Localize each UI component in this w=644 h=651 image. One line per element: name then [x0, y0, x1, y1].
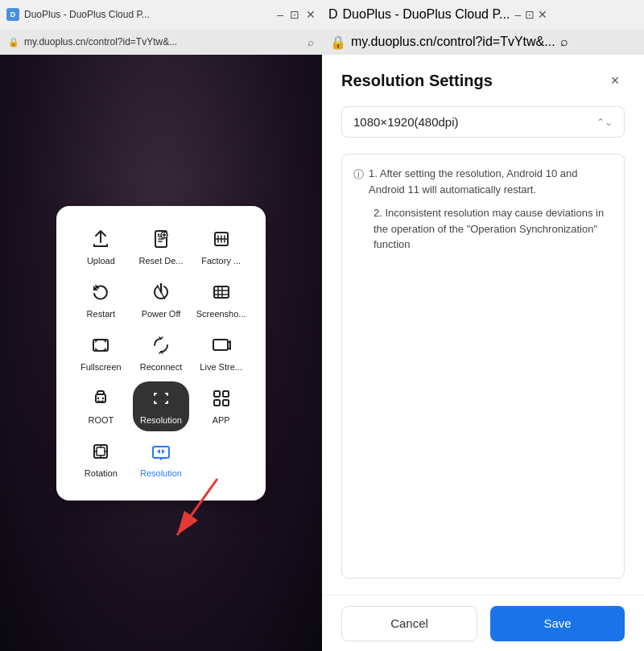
left-tab-title: DuoPlus - DuoPlus Cloud P...	[24, 9, 272, 20]
screenshot-icon	[211, 282, 232, 306]
menu-item-power-off[interactable]: Power Off	[133, 275, 190, 325]
restart-icon	[90, 282, 111, 306]
menu-item-rotation[interactable]: Rotation	[72, 435, 130, 484]
menu-item-live-stream[interactable]: Live Stre...	[192, 328, 250, 378]
svg-rect-19	[97, 447, 105, 455]
right-lock-icon: 🔒	[330, 35, 346, 50]
restart-label: Restart	[87, 309, 115, 319]
reconnect-icon	[151, 335, 171, 359]
svg-rect-15	[223, 391, 229, 397]
menu-item-root[interactable]: ROOT	[72, 381, 130, 431]
svg-rect-14	[214, 391, 220, 397]
resolution-dialog: Resolution Settings × 1080×1920(480dpi) …	[322, 55, 644, 595]
svg-rect-17	[223, 400, 229, 406]
menu-item-reset-device[interactable]: Reset De...	[133, 222, 190, 272]
dialog-title: Resolution Settings	[341, 72, 493, 90]
menu-item-resolution-blue[interactable]: Resolution	[133, 435, 190, 484]
context-menu: Upload Reset De...	[56, 206, 266, 501]
menu-item-restart[interactable]: Restart	[72, 275, 130, 325]
svg-rect-16	[214, 400, 220, 406]
left-browser-panel: D DuoPlus - DuoPlus Cloud P... – ⊡ ✕ 🔒 m…	[0, 0, 322, 651]
right-browser-panel: D DuoPlus - DuoPlus Cloud P... – ⊡ ✕ 🔒 m…	[322, 0, 644, 651]
chevron-down-icon: ⌃⌄	[597, 117, 613, 128]
rotation-icon	[90, 441, 111, 465]
left-search-icon[interactable]: ⌕	[308, 36, 314, 48]
left-lock-icon: 🔒	[8, 37, 19, 47]
root-label: ROOT	[88, 415, 114, 425]
menu-item-resolution-active[interactable]: Resolution	[133, 381, 190, 431]
info-row-2: 2. Inconsistent resolution may cause dev…	[353, 205, 613, 253]
svg-rect-4	[214, 286, 229, 298]
resolution-blue-icon	[151, 441, 171, 465]
app-label: APP	[213, 415, 230, 425]
fullscreen-label: Fullscreen	[80, 362, 122, 372]
menu-item-reconnect[interactable]: Reconnect	[133, 328, 190, 378]
screenshot-label: Screensho...	[196, 309, 246, 319]
resolution-value: 1080×1920(480dpi)	[353, 115, 459, 129]
device-screen: Upload Reset De...	[0, 55, 322, 651]
reset-device-icon	[151, 229, 171, 253]
menu-item-upload[interactable]: Upload	[72, 222, 130, 272]
svg-rect-20	[153, 447, 169, 458]
left-tab-controls[interactable]: – ⊡ ✕	[277, 9, 316, 20]
left-restore-btn[interactable]: ⊡	[290, 9, 299, 20]
right-close-btn[interactable]: ✕	[538, 8, 547, 21]
save-button[interactable]: Save	[490, 606, 625, 641]
right-tab-bar: D DuoPlus - DuoPlus Cloud P... – ⊡ ✕	[322, 0, 644, 29]
resolution-dropdown[interactable]: 1080×1920(480dpi) ⌃⌄	[341, 106, 625, 138]
right-search-icon[interactable]: ⌕	[560, 35, 568, 49]
cancel-button[interactable]: Cancel	[341, 606, 477, 641]
menu-item-app[interactable]: APP	[192, 381, 250, 431]
dialog-footer: Cancel Save	[322, 595, 644, 651]
svg-point-12	[97, 397, 99, 398]
left-url: my.duoplus.cn/control?id=TvYtw&...	[24, 36, 303, 47]
left-address-bar: 🔒 my.duoplus.cn/control?id=TvYtw&... ⌕	[0, 29, 322, 55]
power-off-label: Power Off	[142, 309, 181, 319]
factory-icon	[211, 229, 232, 253]
dialog-header: Resolution Settings ×	[341, 71, 625, 90]
reconnect-label: Reconnect	[140, 362, 183, 372]
info-box: ⓘ 1. After setting the resolution, Andro…	[341, 154, 625, 579]
upload-label: Upload	[87, 256, 115, 266]
info-row-1: ⓘ 1. After setting the resolution, Andro…	[353, 166, 613, 197]
resolution-blue-label: Resolution	[140, 468, 182, 478]
left-tab-bar: D DuoPlus - DuoPlus Cloud P... – ⊡ ✕	[0, 0, 322, 29]
info-circle-icon: ⓘ	[353, 167, 364, 197]
right-minimize-btn[interactable]: –	[514, 8, 521, 21]
svg-point-13	[102, 397, 104, 398]
reset-device-label: Reset De...	[138, 256, 183, 266]
right-tab-title: DuoPlus - DuoPlus Cloud P...	[343, 7, 510, 22]
left-favicon: D	[6, 8, 19, 21]
menu-item-fullscreen[interactable]: Fullscreen	[72, 328, 130, 378]
info-note-1: 1. After setting the resolution, Android…	[369, 166, 613, 197]
resolution-active-icon	[151, 388, 171, 412]
right-restore-btn[interactable]: ⊡	[525, 8, 535, 21]
fullscreen-icon	[90, 335, 111, 359]
live-stream-label: Live Stre...	[200, 362, 242, 372]
power-off-icon	[151, 282, 171, 306]
right-favicon: D	[328, 7, 338, 22]
left-close-btn[interactable]: ✕	[306, 9, 316, 20]
upload-icon	[90, 229, 111, 253]
right-tab-controls[interactable]: – ⊡ ✕	[514, 7, 547, 22]
app-icon	[211, 388, 232, 412]
root-icon	[90, 388, 111, 412]
menu-item-screenshot[interactable]: Screensho...	[192, 275, 250, 325]
factory-label: Factory ...	[201, 256, 241, 266]
resolution-active-label: Resolution	[140, 415, 182, 425]
right-address-bar: 🔒 my.duoplus.cn/control?id=TvYtw&... ⌕	[322, 29, 644, 55]
menu-item-factory[interactable]: Factory ...	[192, 222, 250, 272]
info-note-2: 2. Inconsistent resolution may cause dev…	[374, 205, 613, 253]
right-url: my.duoplus.cn/control?id=TvYtw&...	[351, 35, 555, 49]
live-stream-icon	[211, 335, 232, 359]
svg-rect-10	[213, 340, 228, 350]
dialog-close-button[interactable]: ×	[605, 71, 625, 90]
left-minimize-btn[interactable]: –	[277, 9, 283, 20]
rotation-label: Rotation	[85, 468, 118, 478]
